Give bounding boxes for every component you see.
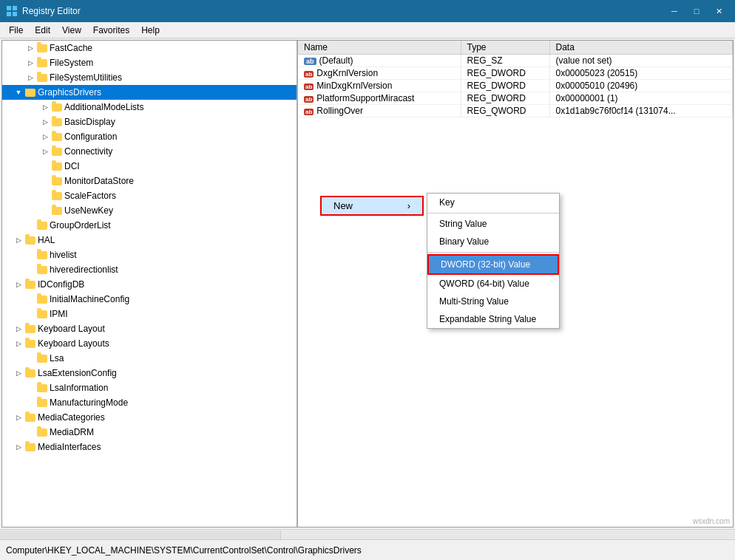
status-bar: Computer\HKEY_LOCAL_MACHINE\SYSTEM\Curre…: [0, 539, 735, 560]
tree-item-lsa[interactable]: Lsa: [2, 351, 297, 366]
submenu-item-multistring[interactable]: Multi-String Value: [427, 293, 559, 310]
menu-edit[interactable]: Edit: [29, 24, 56, 37]
tree-item-fastcache[interactable]: ▷ FastCache: [2, 41, 297, 55]
tree-item-monitordatastore[interactable]: MonitorDataStore: [2, 174, 297, 188]
table-row[interactable]: ab(Default) REG_SZ (value not set): [298, 55, 733, 67]
tree-item-initialmachineconfig[interactable]: InitialMachineConfig: [2, 292, 297, 307]
tree-label-additionalmodelists: AdditionalModeLists: [64, 102, 143, 112]
new-label: New: [333, 200, 353, 211]
tree-item-mediainterfaces[interactable]: ▷ MediaInterfaces: [2, 440, 297, 454]
tree-label-mediacategories: MediaCategories: [38, 412, 105, 423]
tree-item-mediadrm[interactable]: MediaDRM: [2, 425, 297, 440]
tree-label-hal: HAL: [38, 235, 55, 245]
submenu-item-string[interactable]: String Value: [427, 215, 559, 233]
tree-item-lsaextensionconfig[interactable]: ▷ LsaExtensionConfig: [2, 366, 297, 380]
tree-item-scalefactors[interactable]: ScaleFactors: [2, 188, 297, 203]
expander-filesystem: ▷: [24, 57, 36, 69]
submenu-item-dword[interactable]: DWORD (32-bit) Value: [427, 254, 559, 275]
tree-panel[interactable]: ▷ FastCache ▷ FileSystem ▷ FileSystemUti…: [2, 41, 298, 527]
submenu-item-key[interactable]: Key: [427, 194, 559, 211]
menu-file[interactable]: File: [3, 24, 29, 37]
submenu-item-expandable[interactable]: Expandable String Value: [427, 310, 559, 328]
submenu-item-qword[interactable]: QWORD (64-bit) Value: [427, 275, 559, 293]
tree-item-grouporderlist[interactable]: GroupOrderList: [2, 218, 297, 233]
expander-hal: ▷: [13, 234, 24, 246]
tree-label-manufacturingmode: ManufacturingMode: [50, 397, 128, 408]
submenu: Key String Value Binary Value DWORD (32-…: [427, 193, 560, 329]
menu-help[interactable]: Help: [135, 24, 166, 37]
expander-lsaextensionconfig: ▷: [13, 367, 24, 379]
tree-label-connectivity: Connectivity: [64, 146, 112, 157]
folder-icon-filesystem: [36, 58, 48, 68]
tree-label-lsaextensionconfig: LsaExtensionConfig: [38, 368, 117, 378]
folder-icon-manufacturingmode: [36, 398, 48, 408]
expander-keyboard-layout: ▷: [13, 323, 24, 335]
tree-label-filesystem: FileSystem: [50, 58, 93, 68]
tree-label-ipmi: IPMI: [50, 309, 68, 319]
tree-item-additionalmodelists[interactable]: ▷ AdditionalModeLists: [2, 100, 297, 115]
new-button[interactable]: New ›: [320, 196, 424, 216]
tree-item-keyboard-layouts[interactable]: ▷ Keyboard Layouts: [2, 336, 297, 351]
watermark: wsxdn.com: [693, 517, 730, 525]
tree-item-mediacategories[interactable]: ▷ MediaCategories: [2, 410, 297, 425]
app-icon: [6, 5, 18, 17]
tree-item-hal[interactable]: ▷ HAL: [2, 233, 297, 247]
tree-label-usenewkey: UseNewKey: [64, 205, 113, 216]
table-row[interactable]: abPlatformSupportMiracast REG_DWORD 0x00…: [298, 92, 733, 105]
table-row[interactable]: abMinDxgKrnlVersion REG_DWORD 0x00005010…: [298, 80, 733, 92]
folder-icon-lsainformation: [36, 383, 48, 393]
tree-item-usenewkey[interactable]: UseNewKey: [2, 203, 297, 218]
expander-mediainterfaces: ▷: [13, 441, 24, 453]
tree-item-connectivity[interactable]: ▷ Connectivity: [2, 144, 297, 159]
tree-label-keyboard-layout: Keyboard Layout: [38, 324, 105, 334]
tree-item-dci[interactable]: DCI: [2, 159, 297, 174]
split-pane: ▷ FastCache ▷ FileSystem ▷ FileSystemUti…: [1, 40, 734, 527]
tree-item-graphicsdrivers[interactable]: ▼ GraphicsDrivers: [2, 85, 297, 100]
folder-icon-filesystemutilities: [36, 73, 48, 83]
table-row[interactable]: abDxgKrnlVersion REG_DWORD 0x00005023 (2…: [298, 67, 733, 80]
table-row[interactable]: abRollingOver REG_QWORD 0x1d1ab9c76f0cf1…: [298, 105, 733, 117]
folder-icon-hivelist: [36, 250, 48, 260]
tree-label-initialmachineconfig: InitialMachineConfig: [50, 294, 129, 304]
expander-configuration: ▷: [39, 131, 51, 143]
expander-idconfigdb: ▷: [13, 279, 24, 290]
tree-label-hiveredirectionlist: hiveredirectionlist: [50, 264, 118, 275]
menu-bar: File Edit View Favorites Help: [0, 22, 735, 38]
submenu-item-binary[interactable]: Binary Value: [427, 233, 559, 250]
folder-icon-mediadrm: [36, 428, 48, 437]
tree-item-idconfigdb[interactable]: ▷ IDConfigDB: [2, 277, 297, 292]
folder-icon-connectivity: [51, 147, 63, 157]
menu-favorites[interactable]: Favorites: [87, 24, 135, 37]
tree-item-basicdisplay[interactable]: ▷ BasicDisplay: [2, 115, 297, 129]
close-button[interactable]: ✕: [708, 3, 729, 19]
folder-icon-configuration: [51, 132, 63, 142]
title-controls: ─ □ ✕: [664, 3, 729, 19]
row-name-rollingover: abRollingOver: [298, 105, 461, 117]
minimize-button[interactable]: ─: [664, 3, 685, 19]
folder-icon-lsaextensionconfig: [24, 369, 36, 378]
horizontal-scrollbar[interactable]: [281, 530, 735, 539]
tree-item-hivelist[interactable]: hivelist: [2, 247, 297, 262]
tree-label-mediadrm: MediaDRM: [50, 427, 94, 437]
tree-item-hiveredirectionlist[interactable]: hiveredirectionlist: [2, 262, 297, 277]
tree-item-lsainformation[interactable]: LsaInformation: [2, 380, 297, 395]
folder-icon-fastcache: [36, 44, 48, 53]
tree-item-ipmi[interactable]: IPMI: [2, 307, 297, 321]
row-data-platformsupport: 0x00000001 (1): [549, 92, 733, 105]
submenu-separator-1: [427, 213, 559, 214]
folder-icon-mediacategories: [24, 413, 36, 423]
menu-view[interactable]: View: [56, 24, 87, 37]
title-bar: Registry Editor ─ □ ✕: [0, 0, 735, 22]
row-name-dxgkrnl: abDxgKrnlVersion: [298, 67, 461, 80]
tree-item-filesystem[interactable]: ▷ FileSystem: [2, 55, 297, 70]
row-type-platformsupport: REG_DWORD: [461, 92, 549, 105]
expander-additionalmodelists: ▷: [39, 101, 51, 113]
tree-item-keyboard-layout[interactable]: ▷ Keyboard Layout: [2, 321, 297, 336]
tree-item-filesystemutilities[interactable]: ▷ FileSystemUtilities: [2, 70, 297, 85]
folder-icon-grouporderlist: [36, 221, 48, 231]
maximize-button[interactable]: □: [686, 3, 707, 19]
bottom-scroll[interactable]: [0, 529, 735, 539]
tree-item-manufacturingmode[interactable]: ManufacturingMode: [2, 395, 297, 410]
row-data-mindxgkrnl: 0x00005010 (20496): [549, 80, 733, 92]
tree-item-configuration[interactable]: ▷ Configuration: [2, 129, 297, 144]
